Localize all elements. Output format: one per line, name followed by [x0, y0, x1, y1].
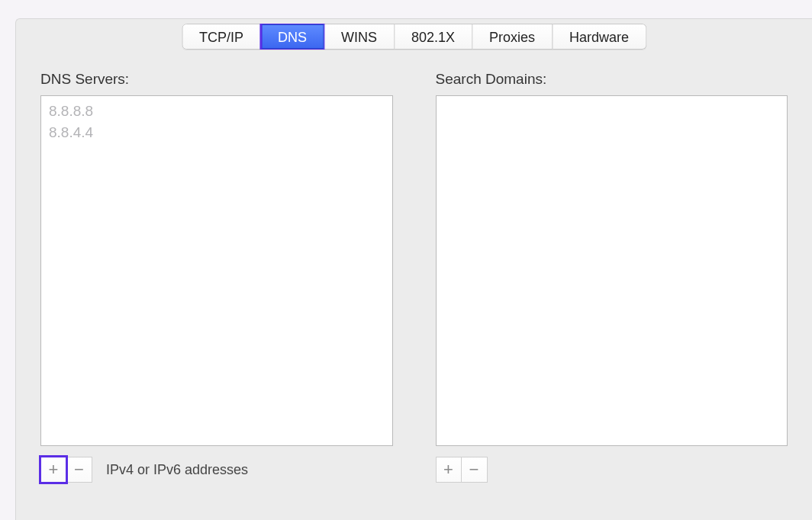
dns-servers-label: DNS Servers: [40, 71, 393, 88]
dns-servers-listbox[interactable]: 8.8.8.88.8.4.4 [40, 95, 393, 446]
network-settings-panel: TCP/IPDNSWINS802.1XProxiesHardware DNS S… [0, 0, 812, 520]
dns-servers-column: DNS Servers: 8.8.8.88.8.4.4 + − IPv4 or … [40, 71, 393, 520]
tab-8021x[interactable]: 802.1X [395, 24, 472, 50]
tab-tcpip[interactable]: TCP/IP [182, 24, 261, 50]
search-domains-label: Search Domains: [436, 71, 788, 88]
dns-remove-button[interactable]: − [66, 457, 92, 483]
tab-hardware[interactable]: Hardware [553, 24, 646, 50]
dns-plus-minus-group: + − [40, 457, 92, 483]
domains-add-button[interactable]: + [436, 457, 462, 483]
search-domains-column: Search Domains: + − [436, 71, 788, 520]
tab-wins[interactable]: WINS [324, 24, 395, 50]
dns-hint-text: IPv4 or IPv6 addresses [106, 462, 248, 478]
dns-server-entry[interactable]: 8.8.8.8 [49, 101, 385, 122]
tab-bar: TCP/IPDNSWINS802.1XProxiesHardware [182, 24, 646, 50]
domains-plus-minus-group: + − [436, 457, 488, 483]
content-area: TCP/IPDNSWINS802.1XProxiesHardware DNS S… [15, 18, 812, 520]
dns-server-entry[interactable]: 8.8.4.4 [49, 122, 385, 143]
domains-remove-button[interactable]: − [462, 457, 488, 483]
tab-proxies[interactable]: Proxies [472, 24, 553, 50]
dns-add-button[interactable]: + [40, 457, 66, 483]
columns: DNS Servers: 8.8.8.88.8.4.4 + − IPv4 or … [40, 71, 788, 520]
dns-servers-controls: + − IPv4 or IPv6 addresses [40, 457, 393, 483]
tab-dns[interactable]: DNS [261, 24, 324, 50]
search-domains-controls: + − [436, 457, 788, 483]
search-domains-listbox[interactable] [436, 95, 788, 446]
